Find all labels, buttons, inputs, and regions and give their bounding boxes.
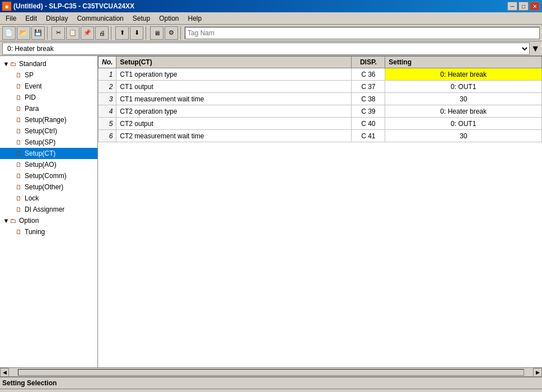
menu-help[interactable]: Help: [183, 13, 206, 24]
download-button[interactable]: ⬇: [130, 26, 143, 40]
tree-item-lock[interactable]: 🗋 Lock: [0, 193, 97, 204]
expander-option: ▼: [2, 216, 10, 226]
cell-setting[interactable]: 30: [385, 130, 542, 142]
cell-disp: C 37: [352, 81, 385, 93]
setup-ct-table: No. Setup(CT) DISP. Setting 1CT1 operati…: [98, 56, 542, 142]
doc-icon-lock: 🗋: [16, 193, 24, 203]
tree-item-standard[interactable]: ▼ 🗀 Standard: [0, 58, 97, 69]
cell-setting[interactable]: 0: Heater break: [385, 105, 542, 118]
doc-icon-di-assign: 🗋: [16, 204, 24, 214]
doc-icon-setup-comm: 🗋: [16, 171, 24, 181]
scroll-left-button[interactable]: ◀: [0, 368, 9, 377]
tree-item-setup-ao[interactable]: 🗋 Setup(AO): [0, 159, 97, 170]
tree-item-setup-ctrl[interactable]: 🗋 Setup(Ctrl): [0, 125, 97, 137]
main-content: ▼ 🗀 Standard 🗋 SP 🗋 Event 🗋 PID 🗋 Para 🗋: [0, 56, 542, 367]
monitor-button[interactable]: 🖥: [150, 26, 163, 40]
menu-option[interactable]: Option: [155, 13, 183, 24]
table-row[interactable]: 3CT1 measurement wait timeC 3830: [99, 93, 542, 105]
doc-icon-event: 🗋: [16, 81, 24, 91]
tree-label-event: Event: [25, 81, 42, 91]
folder-icon-standard: 🗀: [10, 59, 18, 69]
tree-label-setup-range: Setup(Range): [25, 115, 67, 125]
status-bar: Setting Selection 3, 1 Valid settings:0 …: [0, 376, 542, 392]
menu-communication[interactable]: Communication: [72, 13, 128, 24]
tree-item-setup-sp[interactable]: 🗋 Setup(SP): [0, 137, 97, 148]
tree-label-sp: SP: [25, 70, 34, 80]
cell-disp: C 41: [352, 130, 385, 142]
cell-setting[interactable]: 0: OUT1: [385, 118, 542, 130]
print-button[interactable]: 🖨: [95, 26, 109, 40]
table-row[interactable]: 5CT2 outputC 400: OUT1: [99, 118, 542, 130]
tree-item-setup-range[interactable]: 🗋 Setup(Range): [0, 114, 97, 125]
doc-icon-para: 🗋: [16, 104, 24, 114]
menu-setup[interactable]: Setup: [128, 13, 155, 24]
menu-display[interactable]: Display: [41, 13, 72, 24]
cell-setup: CT1 measurement wait time: [116, 93, 352, 105]
toolbar: 📄 📂 💾 ✂ 📋 📌 🖨 ⬆ ⬇ 🖥 ⚙: [0, 25, 542, 41]
expander-standard: ▼: [2, 59, 10, 69]
cell-no: 2: [99, 81, 116, 93]
menu-bar: File Edit Display Communication Setup Op…: [0, 12, 542, 25]
table-row[interactable]: 1CT1 operation typeC 360: Heater break: [99, 68, 542, 81]
paste-button[interactable]: 📌: [81, 26, 94, 40]
window-controls: ─ □ ✕: [507, 2, 540, 11]
tree-item-para[interactable]: 🗋 Para: [0, 103, 97, 114]
new-button[interactable]: 📄: [2, 26, 16, 40]
menu-edit[interactable]: Edit: [21, 13, 41, 24]
doc-icon-setup-ctrl: 🗋: [16, 126, 24, 136]
scroll-track[interactable]: [18, 369, 524, 376]
separator-3: [146, 26, 148, 40]
settings-button[interactable]: ⚙: [165, 26, 178, 40]
doc-icon-pid: 🗋: [16, 92, 24, 102]
heater-break-dropdown[interactable]: 0: Heater break: [2, 43, 530, 55]
cell-setup: CT2 output: [116, 118, 352, 130]
cell-setting[interactable]: 30: [385, 93, 542, 105]
tree-item-setup-ct[interactable]: 🗋 Setup(CT): [0, 148, 97, 159]
dropdown-arrow-icon[interactable]: ▼: [531, 44, 540, 54]
tree-label-tuning: Tuning: [25, 227, 45, 237]
upload-button[interactable]: ⬆: [115, 26, 129, 40]
cell-disp: C 36: [352, 68, 385, 81]
dropdown-bar: 0: Heater break ▼: [0, 41, 542, 56]
horizontal-scrollbar: ◀ ▶: [0, 367, 542, 376]
scroll-right-button[interactable]: ▶: [533, 368, 542, 377]
separator-4: [180, 26, 183, 40]
open-button[interactable]: 📂: [17, 26, 30, 40]
cell-setting[interactable]: 0: OUT1: [385, 81, 542, 93]
cut-button[interactable]: ✂: [52, 26, 65, 40]
col-header-setting: Setting: [385, 57, 542, 68]
tree-label-setup-ct: Setup(CT): [25, 148, 55, 158]
cell-no: 4: [99, 105, 116, 118]
save-button[interactable]: 💾: [31, 26, 45, 40]
doc-icon-setup-ao: 🗋: [16, 160, 24, 170]
cell-disp: C 40: [352, 118, 385, 130]
tree-label-setup-ctrl: Setup(Ctrl): [25, 126, 57, 136]
tree-label-setup-ao: Setup(AO): [25, 160, 57, 170]
data-panel: No. Setup(CT) DISP. Setting 1CT1 operati…: [98, 56, 542, 367]
tag-name-input[interactable]: [185, 27, 540, 39]
table-row[interactable]: 2CT1 outputC 370: OUT1: [99, 81, 542, 93]
doc-icon-setup-other: 🗋: [16, 182, 24, 192]
tree-item-setup-comm[interactable]: 🗋 Setup(Comm): [0, 170, 97, 181]
col-header-disp: DISP.: [352, 57, 385, 68]
cell-disp: C 38: [352, 93, 385, 105]
maximize-button[interactable]: □: [518, 2, 529, 11]
table-row[interactable]: 4CT2 operation typeC 390: Heater break: [99, 105, 542, 118]
cell-setting[interactable]: 0: Heater break: [385, 68, 542, 81]
col-header-no: No.: [99, 57, 116, 68]
tree-item-setup-other[interactable]: 🗋 Setup(Other): [0, 181, 97, 193]
tree-item-event[interactable]: 🗋 Event: [0, 81, 97, 92]
menu-file[interactable]: File: [1, 13, 21, 24]
cell-setup: CT1 operation type: [116, 68, 352, 81]
tree-item-option[interactable]: ▼ 🗀 Option: [0, 215, 97, 226]
close-button[interactable]: ✕: [530, 2, 540, 11]
col-header-setup: Setup(CT): [116, 57, 352, 68]
tree-item-pid[interactable]: 🗋 PID: [0, 92, 97, 103]
copy-button[interactable]: 📋: [66, 26, 80, 40]
minimize-button[interactable]: ─: [507, 2, 517, 11]
tree-item-tuning[interactable]: 🗋 Tuning: [0, 226, 97, 237]
app-icon: ■: [2, 2, 11, 11]
tree-item-sp[interactable]: 🗋 SP: [0, 69, 97, 81]
tree-item-di-assign[interactable]: 🗋 DI Assignmer: [0, 204, 97, 215]
table-row[interactable]: 6CT2 measurement wait timeC 4130: [99, 130, 542, 142]
